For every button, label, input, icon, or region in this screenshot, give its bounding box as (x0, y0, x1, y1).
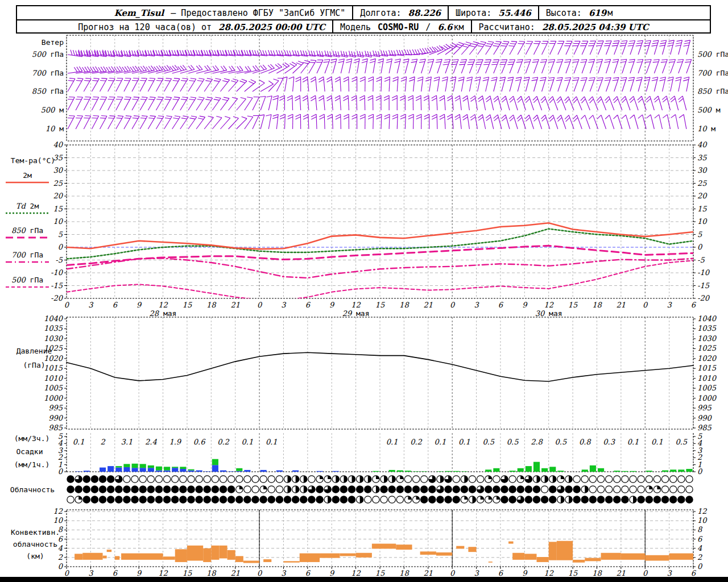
meteogram-page: Kem_Tisul — Предоставлено ФГБУ "ЗапСиб У… (0, 0, 728, 582)
wind-level-label-right: 10 м (697, 124, 715, 133)
wind-barb-feather (319, 80, 324, 82)
conv-tick-left: 0 (58, 562, 64, 571)
wind-barb-feather (116, 51, 118, 56)
wind-barb-staff (284, 114, 285, 129)
hour-label: 9 (522, 569, 528, 577)
convective-bar (372, 544, 396, 549)
precip-bar-rain (115, 468, 122, 472)
wind-barb-feather (663, 98, 667, 102)
cloud-circle (453, 496, 460, 503)
wind-barb-staff (341, 114, 341, 129)
hour-label: 6 (691, 569, 697, 577)
convective-bar (320, 554, 340, 558)
wind-barb-staff (502, 60, 507, 73)
wind-barb-staff (574, 78, 579, 92)
wind-barb-feather (170, 66, 173, 71)
wind-barb-feather (675, 45, 681, 47)
cloud-circle (469, 486, 475, 493)
wind-barb-staff (325, 60, 330, 73)
wind-barb-staff (498, 115, 502, 129)
wind-barb-feather (158, 97, 163, 98)
wind-barb-feather (510, 60, 515, 60)
wind-barb-feather (275, 64, 280, 68)
cloud-circle (252, 486, 259, 493)
wind-barb-feather (343, 95, 348, 98)
wind-barb-feather (448, 98, 453, 101)
cloud-circle (99, 476, 106, 483)
convective-bar (175, 549, 187, 562)
wind-barb-feather (134, 116, 139, 117)
convective-bar (121, 554, 163, 560)
wind-barb-feather (502, 117, 507, 121)
cloud-sector (392, 476, 395, 483)
temp-tick-right: 20 (697, 192, 708, 200)
wind-barb-feather (222, 99, 228, 101)
wind-barb-feather (596, 45, 602, 46)
cloud-circle (653, 476, 660, 483)
cloud-circle (244, 486, 251, 493)
wind-barb-feather (525, 60, 531, 60)
cloud-circle (525, 496, 532, 503)
wind-barb-staff (469, 60, 474, 73)
wind-barb-feather (494, 98, 499, 102)
wind-barb-staff (475, 114, 478, 129)
wind-barb-feather (387, 59, 392, 60)
wind-barb-feather (613, 97, 617, 101)
wind-barb-feather (518, 118, 522, 122)
cloud-circle (622, 476, 628, 483)
wind-barb-staff (561, 115, 566, 129)
wind-barb-feather (613, 77, 619, 78)
convective-bar (163, 556, 175, 560)
wind-barb-staff (671, 60, 676, 73)
wind-barb-feather (368, 77, 373, 79)
hour-label: 6 (305, 569, 311, 577)
wind-barb-staff (482, 96, 485, 110)
precip-bar-shower (148, 465, 154, 468)
cloud-circle (565, 486, 572, 493)
cloud-sector (320, 476, 323, 479)
hour-label: 15 (375, 301, 385, 309)
wind-barb-feather (377, 77, 382, 79)
wind-barb-feather (614, 99, 618, 103)
wind-barb-staff (460, 114, 461, 129)
wind-barb-feather (443, 64, 449, 65)
wind-barb-feather (423, 48, 425, 53)
wind-barb-feather (87, 66, 90, 71)
convective-bar (420, 551, 436, 555)
cloud-sector (569, 496, 572, 503)
wind-barb-feather (636, 45, 642, 46)
wind-barb-feather (437, 47, 441, 51)
cloud-circle (332, 486, 339, 493)
wind-barb-feather (517, 96, 521, 100)
hour-label: 18 (399, 301, 410, 309)
hour-label: 12 (158, 301, 168, 309)
wind-barb-feather (285, 63, 289, 66)
wind-barb-feather (646, 96, 650, 100)
wind-barb-feather (270, 64, 274, 68)
cloud-circle (220, 486, 226, 493)
cloud-circle (107, 476, 114, 483)
pressure-tick-left: 1040 (44, 314, 64, 323)
wind-barb-feather (400, 98, 405, 101)
wind-barb-feather (510, 98, 514, 102)
precipitation-panel: 554433221100(мм/3ч.)Осадки(мм/1ч.)0.123.… (14, 432, 703, 476)
wind-barb-feather (444, 62, 449, 63)
wind-barb-staff (429, 95, 429, 110)
wind-barb-staff (397, 114, 398, 129)
wind-barb-staff (609, 97, 614, 110)
precip-bar-shower (493, 468, 499, 472)
cloud-circle (541, 486, 548, 493)
wind-barb-feather (493, 45, 499, 46)
precip-bar-shower (453, 471, 460, 472)
wind-barb-staff (373, 59, 376, 73)
wind-barb-feather (85, 78, 91, 79)
wind-barb-staff (569, 115, 574, 129)
wind-barb-feather (621, 62, 626, 63)
wind-barb-feather (540, 62, 546, 63)
wind-barb-staff (405, 77, 406, 92)
wind-barb-feather (510, 117, 514, 121)
wind-barb-staff (413, 77, 415, 92)
temp-tick-right: 5 (697, 230, 702, 239)
wind-barb-staff (284, 65, 296, 73)
precip-bar-shower (172, 467, 178, 468)
